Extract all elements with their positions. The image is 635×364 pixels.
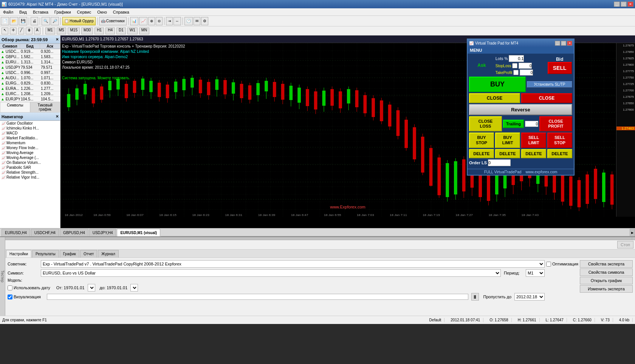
mw-row[interactable]: ▲ USDC... 0.996... 0.997...	[0, 70, 60, 76]
tb-options[interactable]: ⚙	[201, 17, 208, 25]
tester-vis-checkbox[interactable]	[8, 295, 12, 299]
nav-item[interactable]: 📈Money Flow Inde...	[0, 145, 60, 150]
tb-save[interactable]: 💾	[19, 17, 27, 25]
mw-row[interactable]: ▲ USDC... 0.919... 0.920...	[0, 49, 60, 54]
mw-row[interactable]: ▲ EURG... 0.829... 0.830...	[0, 81, 60, 86]
vtp-trailing-input[interactable]	[525, 121, 538, 127]
vtp-close-right-button[interactable]: CLOSE	[521, 93, 572, 103]
chart-tab-usdjpy-h4[interactable]: USDJPY,H4	[89, 229, 116, 236]
menu-insert[interactable]: Вставка	[30, 9, 51, 15]
tester-opt-checkbox[interactable]	[546, 262, 551, 267]
menu-service[interactable]: Сервис	[74, 9, 94, 15]
tb2-cursor[interactable]: ↖	[2, 28, 8, 34]
advisors-button[interactable]: 🤖 Советники	[99, 17, 127, 25]
tb-zoom-out[interactable]: 🔎	[51, 17, 59, 25]
tester-stop-button[interactable]: Стоп	[617, 241, 633, 248]
vtp-close-profit-button[interactable]: CLOSE PROFIT	[539, 116, 572, 131]
nav-item[interactable]: 📈MACD	[0, 131, 60, 136]
mw-row[interactable]: ▲ EURU... 1.313... 1.314...	[0, 60, 60, 65]
mw-row[interactable]: ▲ EURA... 1.226... 1.277...	[0, 86, 60, 91]
vtp-delete-4-button[interactable]: DELETE	[547, 149, 572, 158]
tf-m5[interactable]: M5	[57, 28, 67, 34]
tf-d1[interactable]: D1	[116, 28, 126, 34]
tb-email[interactable]: ✉	[194, 17, 200, 25]
tester-tab-settings[interactable]: Настройки	[6, 250, 31, 258]
mw-tab-symbols[interactable]: Символы	[0, 102, 30, 113]
vtp-lots-input[interactable]	[509, 55, 524, 62]
market-watch-close[interactable]: ✕	[56, 37, 59, 42]
mw-row[interactable]: ▲ EURC... 1.208... 1.209...	[0, 91, 60, 97]
tester-tab-graph[interactable]: График	[60, 250, 79, 258]
vtp-close-loss-button[interactable]: CLOSE LOSS	[469, 116, 502, 131]
tester-skipto-select[interactable]: 2012.02.18	[514, 293, 545, 301]
tb-zoom-minus[interactable]: ⊖	[156, 17, 163, 25]
vtp-stoploss-checkbox[interactable]	[512, 63, 517, 68]
vtp-buy-limit-button[interactable]: BUY LIMIT	[495, 133, 520, 148]
new-order-button[interactable]: 📋 Новый Ордер	[62, 17, 96, 25]
maximize-btn[interactable]: □	[621, 2, 627, 7]
chart-tab-eurusd-m1-visual[interactable]: EURUSD,M1 (visual)	[117, 229, 160, 236]
tf-w1[interactable]: W1	[127, 28, 138, 34]
navigator-close[interactable]: ✕	[56, 114, 59, 119]
tf-m30[interactable]: M30	[81, 28, 93, 34]
vtp-maximize-btn[interactable]: □	[561, 41, 566, 46]
vtp-delete-1-button[interactable]: DELETE	[469, 149, 494, 158]
tf-mn[interactable]: MN	[139, 28, 150, 34]
mw-row[interactable]: ▲ GBPU... 1.582... 1.583...	[0, 54, 60, 60]
minimize-btn[interactable]: _	[614, 2, 620, 7]
nav-item[interactable]: 📈Relative Vigor Ind...	[0, 175, 60, 180]
tester-resize-handle[interactable]: ⋮	[5, 237, 635, 240]
vtp-close-btn[interactable]: ✕	[567, 41, 572, 46]
nav-item[interactable]: 📈On Balance Volum...	[0, 160, 60, 165]
vtp-stoploss-input[interactable]	[519, 63, 532, 69]
tabs-scroll-right[interactable]: ▶	[630, 229, 635, 236]
vtp-buy-button[interactable]: BUY	[469, 77, 526, 92]
tester-advisor-select[interactable]: Exp - VirtualTradePad v7 . VirtualTradeP…	[41, 260, 545, 268]
vtp-reverse-button[interactable]: Reverse	[469, 104, 572, 115]
tester-tab-results[interactable]: Результаты	[32, 250, 59, 258]
tester-usedate-checkbox[interactable]	[8, 285, 12, 290]
tester-date-to-select[interactable]: ▼	[130, 284, 138, 292]
tf-m1[interactable]: M1	[45, 28, 55, 34]
nav-item[interactable]: 📈Moving Average (...	[0, 155, 60, 160]
chart-tab-gbpusd-h4[interactable]: GBPUSD,H4	[60, 229, 88, 236]
vtp-trailing-button[interactable]: Trailing	[503, 120, 524, 128]
tester-period-select[interactable]: M1	[526, 269, 545, 277]
tf-h1[interactable]: H1	[94, 28, 104, 34]
vtp-takeprofit-input[interactable]	[520, 69, 533, 76]
tb-open[interactable]: 📂	[10, 17, 18, 25]
vtp-sltp-button[interactable]: Установить SL/TP	[527, 81, 572, 88]
tb-line-studies[interactable]: 📊	[130, 17, 138, 25]
tb2-crosshair[interactable]: ✛	[10, 28, 17, 34]
nav-item[interactable]: 📈Momentum	[0, 140, 60, 145]
nav-item[interactable]: 📈Parabolic SAR	[0, 165, 60, 170]
nav-item[interactable]: 📈Ichimoku Kinko H...	[0, 126, 60, 131]
mw-row[interactable]: ▲ EURJPY 104.5... 104.5...	[0, 97, 60, 102]
tb2-channel[interactable]: ⋕	[26, 28, 33, 34]
chart-tab-eurusd-h4[interactable]: EURUSD,H4	[2, 229, 30, 236]
tb2-text[interactable]: A	[34, 28, 40, 34]
menu-view[interactable]: Вид	[16, 9, 30, 15]
vtp-minimize-btn[interactable]: _	[555, 41, 560, 46]
tester-props-advisor-button[interactable]: Свойства эксперта	[580, 260, 633, 268]
vtp-close-left-button[interactable]: CLOSE	[469, 93, 520, 103]
tb-print[interactable]: 🖨	[31, 17, 38, 25]
vtp-menu[interactable]: MENU	[468, 47, 574, 54]
mw-tab-tick[interactable]: Тиковый график	[30, 102, 60, 113]
vtp-takeprofit-checkbox[interactable]	[513, 70, 519, 75]
tb-shift[interactable]: ⇥	[166, 17, 173, 25]
menu-help[interactable]: Справка	[110, 9, 132, 15]
vtp-buy-stop-button[interactable]: BUY STOP	[469, 133, 494, 148]
vtp-delete-3-button[interactable]: DELETE	[521, 149, 546, 158]
tf-m15[interactable]: M15	[68, 28, 79, 34]
tester-props-symbol-button[interactable]: Свойства символа	[580, 268, 633, 276]
tb-history[interactable]: 🕐	[184, 17, 193, 25]
chart-tab-usdchf-h4[interactable]: USDCHF,H4	[31, 229, 59, 236]
tb-indicators[interactable]: 📈	[139, 17, 147, 25]
menu-file[interactable]: Файл	[0, 9, 16, 15]
close-btn[interactable]: ✕	[627, 2, 633, 7]
mw-row[interactable]: ▲ USDJPY 79.534 79.571	[0, 65, 60, 70]
nav-item[interactable]: 📈Market Facilitatio...	[0, 136, 60, 140]
tester-tab-journal[interactable]: Журнал	[98, 250, 119, 258]
tf-h4[interactable]: H4	[105, 28, 115, 34]
